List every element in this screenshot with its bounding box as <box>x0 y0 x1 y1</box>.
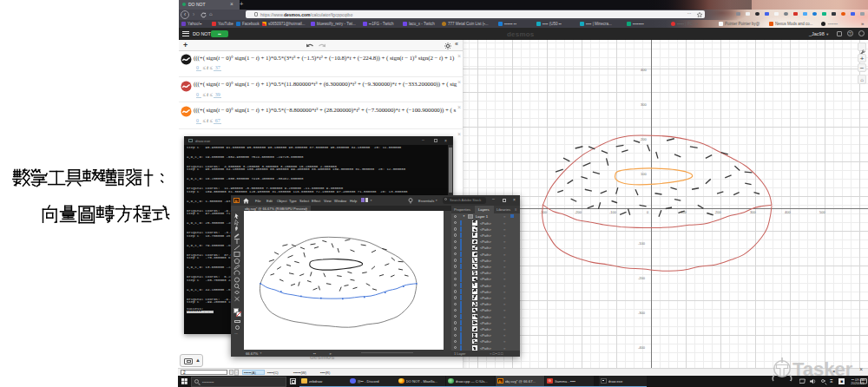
svg-text:Tasker: Tasker <box>792 358 853 380</box>
